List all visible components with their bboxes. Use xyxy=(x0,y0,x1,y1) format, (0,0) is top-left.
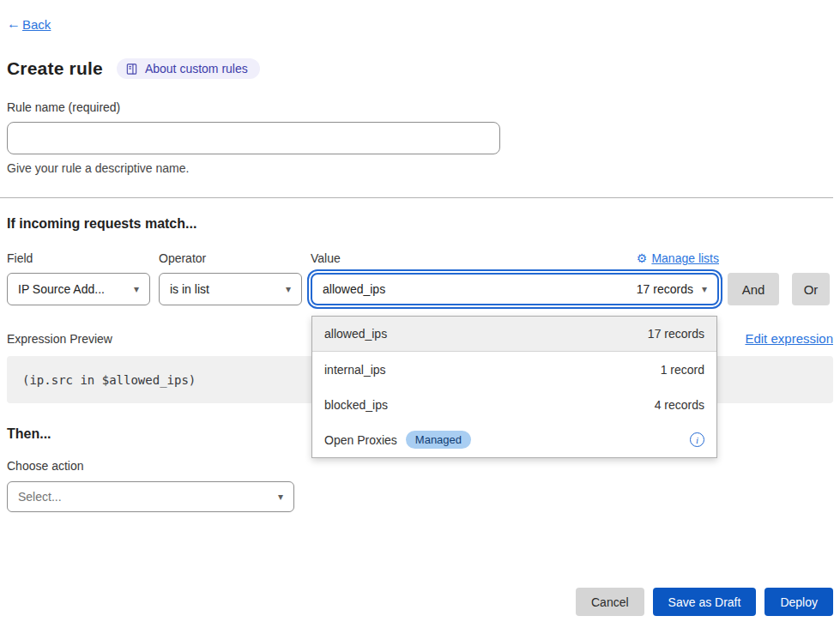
value-select-records: 17 records xyxy=(637,282,693,296)
edit-expression-link[interactable]: Edit expression xyxy=(745,331,833,346)
or-button[interactable]: Or xyxy=(792,273,830,305)
list-name: internal_ips xyxy=(324,363,386,377)
chevron-down-icon: ▾ xyxy=(134,283,139,295)
operator-select[interactable]: is in list ▾ xyxy=(159,273,302,305)
expression-code: (ip.src in $allowed_ips) xyxy=(22,373,196,387)
manage-lists-label: Manage lists xyxy=(651,251,719,265)
about-badge-label: About custom rules xyxy=(145,62,248,75)
gear-icon: ⚙ xyxy=(637,252,648,264)
book-icon xyxy=(125,63,138,75)
chevron-down-icon: ▾ xyxy=(278,491,283,503)
value-select[interactable]: allowed_ips 17 records ▾ xyxy=(311,273,719,305)
dropdown-item-allowed-ips[interactable]: allowed_ips 17 records xyxy=(312,317,716,352)
section-divider xyxy=(0,197,833,198)
create-rule-page: ← Back Create rule About custom rules Ru… xyxy=(0,0,840,634)
list-name: allowed_ips xyxy=(324,327,387,341)
info-icon[interactable]: i xyxy=(690,432,704,447)
chevron-down-icon: ▾ xyxy=(286,283,291,295)
chevron-down-icon: ▾ xyxy=(702,283,707,295)
cancel-button[interactable]: Cancel xyxy=(576,588,644,616)
back-link[interactable]: ← Back xyxy=(7,16,51,32)
choose-action-label: Choose action xyxy=(7,459,833,473)
action-select-placeholder: Select... xyxy=(18,490,62,504)
managed-badge: Managed xyxy=(406,431,471,449)
field-label: Field xyxy=(7,251,159,265)
rule-name-input[interactable] xyxy=(7,122,500,154)
operator-select-value: is in list xyxy=(170,282,209,296)
dropdown-item-blocked-ips[interactable]: blocked_ips 4 records xyxy=(312,387,716,422)
rule-name-label: Rule name (required) xyxy=(7,100,833,114)
manage-lists-link[interactable]: ⚙ Manage lists xyxy=(637,251,719,265)
value-label: Value xyxy=(311,251,341,265)
list-name: Open Proxies xyxy=(324,433,397,447)
about-custom-rules-link[interactable]: About custom rules xyxy=(117,58,260,79)
list-records: 17 records xyxy=(648,327,704,341)
save-as-draft-button[interactable]: Save as Draft xyxy=(653,588,757,616)
page-title: Create rule xyxy=(7,58,103,79)
list-records: 1 record xyxy=(661,363,704,377)
operator-label: Operator xyxy=(159,251,311,265)
dropdown-item-internal-ips[interactable]: internal_ips 1 record xyxy=(312,352,716,387)
value-dropdown-panel: allowed_ips 17 records internal_ips 1 re… xyxy=(311,316,717,458)
match-heading: If incoming requests match... xyxy=(7,216,833,232)
rule-name-helper: Give your rule a descriptive name. xyxy=(7,161,833,175)
action-select[interactable]: Select... ▾ xyxy=(7,481,294,512)
back-arrow-icon: ← xyxy=(7,16,21,32)
list-records: 4 records xyxy=(655,398,704,412)
and-button[interactable]: And xyxy=(728,273,779,305)
deploy-button[interactable]: Deploy xyxy=(764,588,833,616)
list-name: blocked_ips xyxy=(324,398,388,412)
dropdown-item-open-proxies[interactable]: Open Proxies Managed i xyxy=(312,422,716,457)
back-label: Back xyxy=(22,17,51,32)
expression-preview-label: Expression Preview xyxy=(7,332,112,346)
value-select-value: allowed_ips xyxy=(323,282,385,296)
field-select[interactable]: IP Source Add... ▾ xyxy=(7,273,150,305)
field-select-value: IP Source Add... xyxy=(18,282,105,296)
